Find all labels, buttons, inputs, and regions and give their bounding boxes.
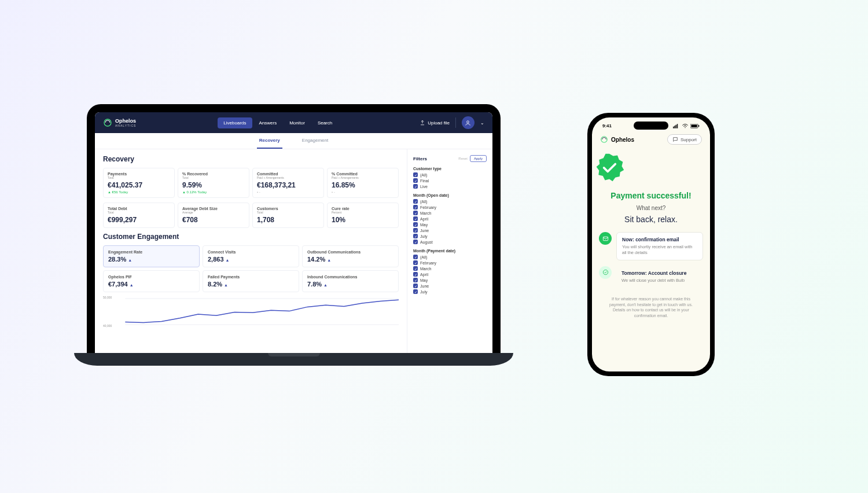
kpi-dots: • - [332,190,394,194]
engagement-card[interactable]: Engagement Rate 28.3%▲ [103,245,200,267]
checkbox-icon: ✓ [413,272,418,277]
kpi-label: % Recovered [182,172,245,176]
sit-back-label: Sit back, relax. [592,215,710,224]
filter-label: June [420,229,429,233]
timeline-item-now: Now: confirmation email You will shortly… [599,232,703,260]
filter-checkbox[interactable]: ✓June [413,284,487,288]
filter-group-title: Month (Open date) [413,193,487,197]
filter-checkbox[interactable]: ✓March [413,211,487,215]
engagement-card[interactable]: Outbound Communications 14.2%▲ [302,245,399,267]
filter-checkbox[interactable]: ✓March [413,266,487,271]
kpi-delta: ▲ 0.12% Today [182,190,245,194]
tab-engagement[interactable]: Engagement [300,133,330,149]
kpi-sublabel: Average [182,211,245,214]
checkbox-icon: ✓ [413,255,418,259]
filter-label: July [420,290,427,294]
filter-label: July [420,234,427,238]
upload-icon [420,120,425,126]
checkbox-icon: ✓ [413,266,418,271]
filter-checkbox[interactable]: ✓(All) [413,172,487,177]
filter-label: March [420,211,431,215]
checkbox-icon: ✓ [413,199,418,204]
now-body: You will shortly receive an email with a… [622,244,697,256]
filter-checkbox[interactable]: ✓Final [413,178,487,183]
filters-panel: Filters Reset Apply Customer type✓(All)✓… [407,149,492,353]
reset-button[interactable]: Reset [458,157,468,160]
laptop-mockup: Ophelos ANALYTICS Liveboards Answers Mon… [87,104,501,366]
filter-label: April [420,217,428,221]
kpi-card[interactable]: Customers Total 1,708 [252,203,324,228]
kpi-card[interactable]: % Recovered Total 9.59% ▲ 0.12% Today [178,168,249,198]
engagement-card[interactable]: Connect Visits 2,863▲ [203,245,299,267]
filter-group: Customer type✓(All)✓Final✓Live [413,167,487,189]
filter-label: Final [420,179,429,183]
check-circle-icon [599,266,612,279]
filter-checkbox[interactable]: ✓July [413,234,487,238]
tab-recovery[interactable]: Recovery [257,133,282,149]
nav-monitor[interactable]: Monitor [284,117,311,128]
filter-checkbox[interactable]: ✓February [413,260,487,265]
engagement-chart: 50,000 40,000 [103,296,399,328]
user-avatar-button[interactable] [462,116,475,129]
checkbox-icon: ✓ [413,234,418,238]
ce-label: Inbound Communications [307,275,393,279]
kpi-value: 1,708 [257,216,319,224]
checkbox-icon: ✓ [413,240,418,244]
filter-checkbox[interactable]: ✓Live [413,184,487,189]
svg-point-1 [467,120,469,123]
kpi-value: €999,297 [108,216,170,224]
filter-checkbox[interactable]: ✓April [413,216,487,221]
engagement-card[interactable]: Inbound Communications 7.8%▲ [302,270,399,292]
engagement-card[interactable]: Ophelos PIF €7,394▲ [103,270,200,292]
kpi-sublabel: Paid + Arrangements [332,176,394,179]
brand-logo: Ophelos ANALYTICS [103,118,136,127]
filter-checkbox[interactable]: ✓May [413,222,487,227]
chevron-down-icon[interactable]: ⌄ [480,120,484,126]
kpi-card[interactable]: Total Debt Total €999,297 [103,203,175,228]
svg-rect-6 [676,124,677,128]
engagement-card[interactable]: Failed Payments 8.2%▲ [203,270,299,292]
filter-checkbox[interactable]: ✓August [413,240,487,244]
what-next-label: What next? [592,205,710,211]
kpi-card[interactable]: Committed Paid + Arrangements €168,373,2… [252,168,324,198]
filter-checkbox[interactable]: ✓May [413,278,487,282]
chart-ylabel-0: 50,000 [103,296,112,299]
checkbox-icon: ✓ [413,172,418,177]
battery-icon [690,124,700,128]
filter-checkbox[interactable]: ✓(All) [413,199,487,204]
kpi-card[interactable]: % Committed Paid + Arrangements 16.85% •… [327,168,399,198]
kpi-sublabel: Total [108,176,170,179]
checkbox-icon: ✓ [413,178,418,183]
filter-label: June [420,284,429,288]
filter-checkbox[interactable]: ✓July [413,289,487,294]
ce-label: Outbound Communications [307,250,393,254]
filter-checkbox[interactable]: ✓(All) [413,255,487,259]
now-title: Now: confirmation email [622,237,697,242]
apply-button[interactable]: Apply [470,155,487,162]
brand-sub: ANALYTICS [115,124,136,127]
kpi-card[interactable]: Payments Total €41,025.37 ▲ €56 Today [103,168,175,198]
section-title-recovery: Recovery [103,155,399,163]
kpi-card[interactable]: Cure rate Percent 10% [327,203,399,228]
ce-value: 8.2%▲ [208,281,294,288]
filter-checkbox[interactable]: ✓April [413,272,487,277]
nav-answers[interactable]: Answers [253,117,283,128]
phone-island [634,122,668,130]
nav-liveboards[interactable]: Liveboards [218,117,252,128]
filter-group-title: Customer type [413,167,487,171]
filter-label: August [420,240,433,244]
support-button[interactable]: Support [667,134,702,145]
kpi-card[interactable]: Average Debt Size Average €708 [178,203,249,228]
svg-rect-9 [691,124,697,127]
filter-checkbox[interactable]: ✓February [413,205,487,209]
checkbox-icon: ✓ [413,222,418,227]
kpi-value: 16.85% [332,181,394,189]
upload-file-button[interactable]: Upload file [420,120,450,126]
filter-checkbox[interactable]: ✓June [413,228,487,233]
ce-label: Ophelos PIF [108,275,194,279]
nav-search[interactable]: Search [312,117,338,128]
kpi-dots: • - [257,190,319,194]
phone-mockup: 9:41 Ophelos Support Payment successful!… [587,113,715,376]
kpi-label: Customers [257,207,319,211]
filters-title: Filters [413,156,427,161]
